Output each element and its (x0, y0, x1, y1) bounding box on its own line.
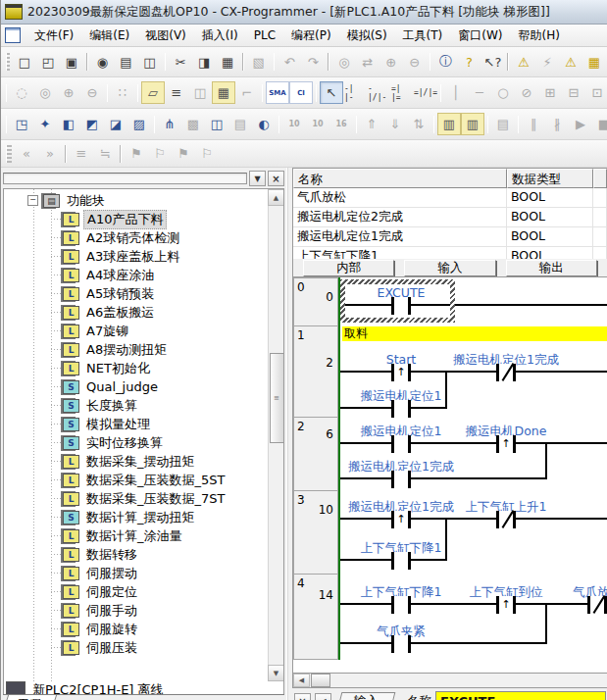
watch-window-icon[interactable]: ◪ (104, 113, 127, 135)
toolbar-grip[interactable] (6, 145, 12, 163)
toolbar-grip[interactable] (6, 53, 10, 71)
online-edit-icon[interactable]: ▤ (491, 113, 515, 135)
tree-item-function-block[interactable]: LA2球销壳体检测 (4, 228, 268, 247)
scroll-down-icon[interactable]: ▼ (268, 665, 284, 681)
column-header-name[interactable]: 名称 (293, 169, 507, 188)
transfer-options-icon[interactable]: ▦ (582, 51, 606, 74)
title-bar[interactable]: 20230309最新保定圆盘机OP10 - CX-Programmer - [新… (1, 0, 607, 25)
tree-item-function-block[interactable]: S长度换算 (4, 396, 268, 415)
symbol-list-icon[interactable]: ≡ (165, 81, 188, 104)
data-trace-icon[interactable]: ◐ (252, 113, 276, 135)
replace-icon[interactable]: ⇄ (356, 51, 379, 74)
smart-input-icon[interactable]: SMA (266, 81, 289, 104)
stop-simulator-icon[interactable]: ■ (592, 113, 607, 135)
rung-margin[interactable]: 26 (293, 418, 338, 491)
find-next-icon[interactable]: ⊕ (379, 51, 403, 74)
coil-icon[interactable]: ○ (491, 81, 515, 104)
tree-item-function-block[interactable]: LA6盖板搬运 (4, 303, 268, 322)
find-in-files-icon[interactable]: ◉ (91, 51, 115, 74)
selected-cell-highlight[interactable] (340, 279, 455, 323)
menu-item[interactable]: 帮助(H) (511, 25, 568, 47)
pause-icon[interactable]: ∥ (522, 113, 545, 135)
print-preview-icon[interactable]: ◫ (138, 51, 162, 74)
tree-item-function-block[interactable]: L伺服手动 (4, 601, 268, 620)
tab-scroll-left-icon[interactable]: ◀ (315, 693, 331, 700)
menu-item[interactable]: 视图(V) (137, 25, 194, 47)
tree-node-function-blocks[interactable]: −▤功能块 (4, 191, 268, 210)
io-table-icon[interactable]: ◫ (205, 113, 228, 135)
copy-icon[interactable]: ◨ (192, 51, 216, 74)
ci-view-icon[interactable]: CI (289, 81, 313, 104)
rung-margin[interactable]: 310 (293, 491, 338, 575)
fb-protect-icon[interactable]: ▩ (181, 113, 205, 135)
rung-content[interactable]: EXCUTE (338, 277, 607, 326)
menu-item[interactable]: PLC (246, 25, 283, 45)
rung-margin[interactable]: 414 (293, 575, 338, 660)
cross-reference-icon[interactable]: ◧ (57, 113, 80, 135)
tree-item-function-block[interactable]: L数据转移 (4, 545, 268, 564)
find-icon[interactable]: ◎ (332, 51, 356, 74)
rung-margin[interactable]: 00 (293, 277, 338, 326)
comment-list-icon[interactable]: ≡ (70, 142, 93, 165)
context-help-icon[interactable]: ↖? (481, 51, 504, 74)
build-icon[interactable]: ✦ (33, 113, 57, 135)
program-check-icon[interactable]: ⚠ (559, 51, 582, 74)
ladder-rung[interactable]: 310搬运电机定位1完成↑上下气缸上升1上下气缸下降1 (293, 491, 607, 575)
fb-instance-icon[interactable]: ⋔ (158, 113, 181, 135)
close-icon[interactable]: × (268, 171, 284, 186)
work-online-simulator-icon[interactable]: ▥ (461, 113, 484, 135)
cut-icon[interactable]: ✂ (169, 51, 192, 74)
collapse-icon[interactable]: − (27, 195, 38, 206)
ladder-rung[interactable]: 414上下气缸下降1上下气缸到位↑气爪放松气爪夹紧 (293, 575, 607, 660)
contact-or-no-icon[interactable]: =| |= (390, 81, 414, 104)
paste-special-icon[interactable]: ▧ (247, 51, 271, 74)
contact-no[interactable] (391, 471, 411, 488)
contact-no-icon[interactable]: -| |- (343, 81, 367, 104)
tree-item-function-block[interactable]: L伺服定位 (4, 582, 268, 601)
menu-item[interactable]: 文件(F) (26, 25, 81, 47)
tab-input-variables[interactable]: 输入 (337, 692, 396, 700)
contact-no[interactable] (391, 635, 411, 653)
zoom-out-icon[interactable]: ⊖ (80, 81, 104, 104)
previous-reference-icon[interactable]: « (15, 142, 38, 165)
rung-content[interactable]: 上下气缸下降1上下气缸到位↑气爪放松气爪夹紧 (338, 575, 607, 660)
ladder-hscrollbar[interactable]: ◀ (292, 673, 607, 687)
tree-item-function-block[interactable]: L伺服压装 (4, 638, 268, 657)
table-row[interactable]: 搬运电机定位1完成BOOL (293, 227, 607, 247)
table-row[interactable]: 上下气缸下降1BOOL (293, 247, 607, 259)
workspace-drag-handle[interactable] (3, 173, 247, 184)
fb-parameter-icon[interactable]: ⊟ (562, 81, 585, 104)
tree-item-function-block[interactable]: LA7旋铆 (4, 322, 268, 340)
next-reference-icon[interactable]: » (38, 142, 62, 165)
radix-hex-icon[interactable]: 16 (329, 113, 353, 135)
ladder-rung[interactable]: 00EXCUTE (293, 277, 607, 326)
scroll-left-icon[interactable]: ◀ (293, 674, 310, 687)
set-value-icon[interactable]: ⚐ (195, 142, 219, 165)
grid-toggle-icon[interactable]: ∷ (111, 81, 134, 104)
project-workspace-icon[interactable]: ◳ (10, 113, 33, 135)
selected-symbol-name[interactable]: EXCUTE (435, 691, 606, 700)
contact-up[interactable]: ↑ (496, 596, 516, 614)
contact-no[interactable] (391, 596, 411, 614)
rung-content[interactable]: 搬运电机定位1搬运电机Done↑搬运电机定位1完成 (338, 418, 607, 491)
tree-item-function-block[interactable]: LA4球座涂油 (4, 266, 268, 284)
contact-nc[interactable] (496, 364, 516, 381)
table-row[interactable]: 搬运电机定位2完成BOOL (293, 208, 607, 227)
zoom-in-icon[interactable]: ⊕ (57, 81, 80, 104)
compile-icon[interactable]: ⚠ (512, 51, 535, 74)
scroll-up-icon[interactable]: ▲ (268, 189, 284, 206)
select-pointer-icon[interactable]: ↖ (320, 81, 343, 104)
contact-up[interactable]: ↑ (496, 435, 516, 453)
tab-internal[interactable]: 内部 (303, 260, 394, 276)
tree-item-function-block[interactable]: LA8摆动测扭矩 (4, 340, 268, 359)
tree-item-function-block[interactable]: LNET初始化 (4, 359, 268, 377)
tree-item-function-block[interactable]: L数据采集_摆动扭矩 (4, 452, 268, 471)
contact-no[interactable] (391, 400, 411, 418)
zoom-custom-icon[interactable]: ◎ (33, 81, 57, 104)
about-icon[interactable]: ⓘ (433, 51, 457, 74)
contact-no[interactable] (391, 552, 411, 570)
save-icon[interactable]: ▣ (60, 51, 83, 74)
ladder-rung[interactable]: 12取料Start↑搬运电机定位1完成搬运电机定位1 (293, 326, 607, 418)
close-icon[interactable]: ✕ (294, 693, 311, 700)
vertical-line-icon[interactable]: │ (444, 81, 468, 104)
